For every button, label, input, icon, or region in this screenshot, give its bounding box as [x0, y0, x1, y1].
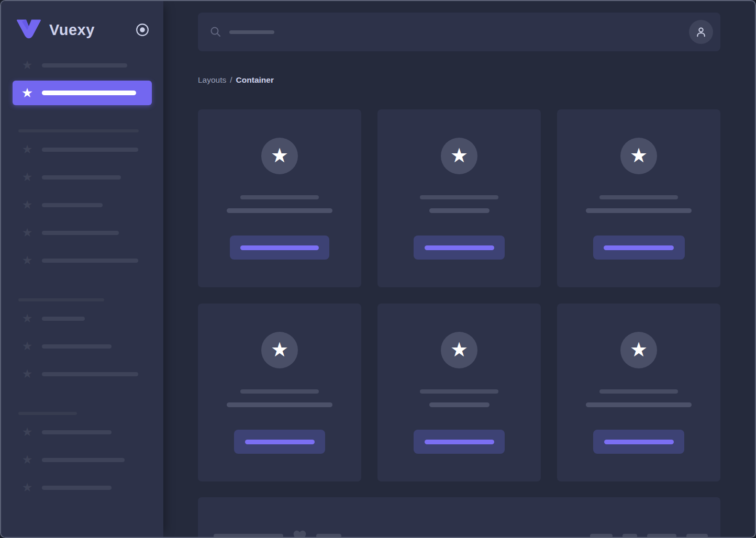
sidebar-item-label-skeleton	[42, 486, 112, 490]
card-line-skeleton	[227, 402, 332, 407]
sidebar-item-label-skeleton	[42, 175, 121, 180]
sidebar-collapse-toggle[interactable]	[135, 23, 150, 37]
sidebar-item[interactable]: ★	[13, 51, 152, 79]
sidebar-item[interactable]: ★	[13, 360, 152, 388]
card-button-label-skeleton	[425, 440, 494, 444]
card-line-skeleton	[227, 208, 332, 213]
footer-meta-skeleton	[622, 534, 637, 537]
sidebar-nav: ★★★★★★★★★★★★★	[1, 51, 163, 501]
sidebar-item-label-skeleton	[42, 231, 119, 235]
star-icon: ★	[630, 145, 648, 165]
radio-dot-icon	[136, 23, 149, 37]
search-bar[interactable]	[198, 13, 720, 51]
user-avatar[interactable]	[689, 20, 713, 44]
star-icon: ★	[21, 86, 34, 99]
star-icon: ★	[21, 312, 34, 324]
sidebar-section-header-skeleton	[18, 298, 104, 301]
sidebar-item-active[interactable]: ★	[13, 81, 152, 105]
card: ★	[377, 304, 541, 481]
card-line-skeleton	[240, 195, 319, 199]
card-line-skeleton	[240, 389, 319, 394]
star-icon: ★	[21, 454, 34, 466]
sidebar-item[interactable]: ★	[13, 474, 152, 501]
star-icon: ★	[21, 254, 34, 266]
footer-meta-skeleton	[647, 534, 676, 537]
cards-grid: ★★★★★★	[198, 109, 720, 481]
card: ★	[198, 109, 361, 287]
sidebar-item[interactable]: ★	[13, 191, 152, 219]
brand-title: Vuexy	[49, 21, 95, 39]
sidebar-item[interactable]: ★	[13, 163, 152, 191]
card: ★	[377, 109, 541, 287]
sidebar-item[interactable]: ★	[13, 136, 152, 163]
star-icon: ★	[450, 145, 468, 165]
card-button[interactable]	[414, 430, 505, 454]
card-line-skeleton	[429, 402, 490, 407]
card-avatar-circle: ★	[441, 332, 477, 368]
star-icon: ★	[21, 199, 34, 211]
sidebar-item[interactable]: ★	[13, 305, 152, 332]
card-avatar-circle: ★	[441, 138, 477, 174]
card-button[interactable]	[414, 236, 505, 260]
star-icon: ★	[21, 143, 34, 155]
star-icon: ★	[21, 171, 34, 183]
sidebar-item[interactable]: ★	[13, 219, 152, 246]
card-avatar-circle: ★	[620, 332, 657, 368]
star-icon: ★	[630, 340, 648, 360]
search-icon	[209, 26, 222, 38]
sidebar-item-label-skeleton	[42, 372, 138, 376]
heart-icon[interactable]	[293, 530, 307, 537]
star-icon: ★	[21, 426, 34, 438]
footer-title-skeleton	[214, 534, 283, 537]
sidebar-item[interactable]: ★	[13, 246, 152, 274]
card-button-label-skeleton	[245, 440, 315, 444]
star-icon: ★	[21, 368, 34, 380]
card: ★	[557, 304, 720, 481]
sidebar-item[interactable]: ★	[13, 332, 152, 360]
footer-meta-skeleton	[590, 534, 613, 537]
star-icon: ★	[271, 340, 288, 360]
sidebar-item-label-skeleton	[42, 91, 136, 95]
card-button-label-skeleton	[604, 245, 674, 250]
footer-card	[198, 497, 720, 537]
sidebar-item-label-skeleton	[42, 430, 112, 434]
card-button-label-skeleton	[425, 245, 494, 250]
sidebar-item-label-skeleton	[42, 458, 125, 462]
breadcrumb: Layouts / Container	[198, 74, 720, 86]
footer-caption-skeleton	[316, 534, 341, 537]
card-avatar-circle: ★	[261, 332, 298, 368]
footer-meta-skeleton	[686, 534, 708, 537]
card-button[interactable]	[593, 430, 684, 454]
sidebar-item-label-skeleton	[42, 259, 138, 263]
card-button[interactable]	[230, 236, 329, 260]
card-button[interactable]	[234, 430, 325, 454]
card-line-skeleton	[599, 389, 678, 394]
card: ★	[198, 304, 361, 481]
breadcrumb-section-link[interactable]: Layouts	[198, 75, 226, 85]
star-icon: ★	[21, 340, 34, 352]
star-icon: ★	[21, 59, 34, 71]
sidebar: Vuexy ★★★★★★★★★★★★★	[1, 1, 163, 537]
card-line-skeleton	[420, 195, 498, 199]
star-icon: ★	[450, 340, 468, 360]
card-line-skeleton	[599, 195, 678, 199]
main-content: Layouts / Container ★★★★★★	[163, 1, 755, 537]
breadcrumb-current: Container	[236, 75, 274, 85]
breadcrumb-separator: /	[230, 75, 232, 85]
sidebar-section-header-skeleton	[18, 129, 139, 132]
card-line-skeleton	[420, 389, 498, 394]
card-button-label-skeleton	[240, 245, 319, 250]
sidebar-item[interactable]: ★	[13, 418, 152, 446]
card-line-skeleton	[586, 208, 692, 213]
card-line-skeleton	[429, 208, 490, 213]
brand-row: Vuexy	[16, 17, 150, 43]
card: ★	[557, 109, 720, 287]
footer-left-group	[214, 530, 341, 537]
card-button-label-skeleton	[604, 440, 674, 444]
star-icon: ★	[21, 481, 34, 494]
footer-right-group	[590, 534, 708, 537]
user-icon	[694, 25, 708, 39]
card-button[interactable]	[593, 236, 685, 260]
sidebar-item[interactable]: ★	[13, 446, 152, 474]
card-line-skeleton	[586, 402, 692, 407]
